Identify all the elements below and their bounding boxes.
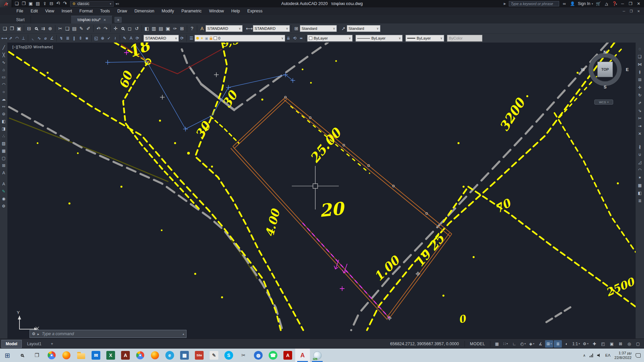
table-style-icon[interactable]: ⊞ <box>293 25 300 32</box>
rectangle-tool[interactable]: ▭ <box>0 73 7 80</box>
workspace-switch[interactable]: ⚙▾ <box>582 340 590 348</box>
undo-button-chevron-icon[interactable]: ▾ <box>99 27 100 30</box>
language-indicator[interactable]: ΕΛ <box>605 353 610 357</box>
model-space-label[interactable]: MODEL <box>467 342 488 346</box>
compass-south[interactable]: S <box>603 84 607 89</box>
minimize-button[interactable]: ─ <box>620 1 625 6</box>
site-app-icon[interactable]: Site <box>192 349 207 362</box>
layer-properties-icon[interactable]: ☰ <box>188 35 195 42</box>
task-view-button[interactable]: ❐ <box>30 349 44 362</box>
command-customize-icon[interactable]: ⚙ <box>32 331 36 336</box>
polygon-tool[interactable]: ⌂ <box>0 66 7 73</box>
viewport-controls[interactable]: [−][Top][2D Wireframe] <box>12 45 53 49</box>
cut-button[interactable]: ✂ <box>57 25 64 32</box>
edit-text-tool[interactable]: ✎ <box>0 188 7 195</box>
notification-center-icon[interactable] <box>636 353 641 358</box>
firefox-icon[interactable] <box>59 349 74 362</box>
scale-tool[interactable]: ⇗ <box>637 99 643 106</box>
menu-window[interactable]: Window <box>205 7 227 15</box>
layout-add-button[interactable]: + <box>47 340 57 348</box>
aligned-dimension-button[interactable]: ⇗ <box>7 35 14 42</box>
publish-button[interactable]: ⇉ <box>40 25 47 32</box>
clock[interactable]: 1:37 μμ 22/8/2022 <box>614 351 632 360</box>
transparency-toggle[interactable]: ◐ <box>562 340 571 348</box>
command-line[interactable]: ⚙ ▸ ▴ <box>30 330 186 338</box>
new-tab-button[interactable]: ＋ <box>114 17 122 23</box>
stretch-tool[interactable]: ⇘ <box>637 107 643 114</box>
plot-button[interactable]: ⊟ <box>25 25 33 32</box>
continue-dimension-button[interactable]: ∥ <box>71 35 77 42</box>
navigation-compass[interactable]: N W E S TOP <box>587 51 624 88</box>
copy-tool[interactable]: ❑ <box>637 53 643 60</box>
extend-tool[interactable]: ⇥ <box>637 122 643 129</box>
outlook-icon[interactable]: ✉ <box>89 349 103 362</box>
multileader-style-icon[interactable]: ↗ <box>340 25 347 32</box>
gradient-tool[interactable]: ▦ <box>0 147 7 154</box>
chrome-icon[interactable] <box>44 349 59 362</box>
lineweight-combo[interactable]: ByLayer∨ <box>406 35 444 42</box>
quickcalc-button[interactable]: ⊞ <box>178 25 185 32</box>
drawing-area[interactable]: ╱╳∿⌂▭◠○☁∾⊜◧◨∴▨▦▢⊞AA✎◉⚙ <box>0 43 644 339</box>
tool-palettes-button[interactable]: ▤ <box>157 25 164 32</box>
pan-button[interactable]: ✛ <box>112 25 119 32</box>
offset-tool[interactable]: ≬ <box>637 68 643 75</box>
polar-toggle-chevron-icon[interactable]: ▾ <box>525 342 526 345</box>
compass-west[interactable]: W <box>581 67 585 72</box>
excel-icon[interactable]: X <box>103 349 118 362</box>
table-tool[interactable]: ⊞ <box>0 162 7 169</box>
ordinate-button[interactable]: ⊥ <box>20 35 26 42</box>
rotate-tool[interactable]: ↻ <box>637 92 643 99</box>
markup-button[interactable]: ✑ <box>171 25 178 32</box>
qnew-icon[interactable]: ❏ <box>15 0 19 7</box>
clean-screen-button[interactable]: ▢ <box>634 340 642 348</box>
sign-in-link[interactable]: Sign In <box>578 1 590 6</box>
tolerance-button[interactable]: ◱ <box>93 35 99 42</box>
diameter-dimension-button[interactable]: ⌀ <box>42 35 49 42</box>
menu-draw[interactable]: Draw <box>114 7 131 15</box>
layer-combo[interactable]: ☀ ▣ 0 ∨ <box>195 35 285 42</box>
lineweight-toggle[interactable]: ≣ <box>554 340 562 348</box>
center-mark-button[interactable]: ⊕ <box>99 35 106 42</box>
quick-dimension-button[interactable]: ↯ <box>58 35 64 42</box>
array-tool[interactable]: ⊞ <box>637 76 643 83</box>
app-blue-icon[interactable]: ▦ <box>177 349 192 362</box>
help-button[interactable]: ? <box>189 25 196 32</box>
doc-close-button[interactable]: ✕ <box>636 9 641 13</box>
insert-block-tool[interactable]: ◧ <box>0 118 7 125</box>
workspace-switch-chevron-icon[interactable]: ▾ <box>587 342 588 345</box>
paste-button[interactable]: ▤ <box>71 25 78 32</box>
help-icon[interactable]: ❓▾ <box>612 1 617 6</box>
copy-button[interactable]: ❑ <box>64 25 71 32</box>
chamfer-tool[interactable]: ◿ <box>637 159 643 166</box>
osnap-toggle[interactable]: ◈▾ <box>528 340 536 348</box>
dim-style-combo[interactable]: STANDARD∨ <box>253 25 290 32</box>
dimension-edit-button[interactable]: ✎ <box>121 35 128 42</box>
layer-thaw-icon[interactable]: ☀ <box>200 36 204 41</box>
notepad-icon[interactable]: ✎ <box>207 349 221 362</box>
layer-lock-icon[interactable] <box>210 38 212 40</box>
layer-previous-button[interactable]: ⟲ <box>291 35 298 42</box>
autocad-icon[interactable]: A <box>295 349 310 362</box>
dim-update-icon[interactable]: ⟳ <box>179 35 185 42</box>
menu-tools[interactable]: Tools <box>96 7 113 15</box>
properties-tool[interactable]: ◧ <box>637 189 643 196</box>
jogged-dimension-button[interactable]: ∿ <box>36 35 42 42</box>
text-style-combo[interactable]: STANDARD∨ <box>206 25 243 32</box>
point-tool[interactable]: ∴ <box>0 132 7 139</box>
menu-view[interactable]: View <box>42 7 58 15</box>
list-tool[interactable]: ≣ <box>637 197 643 204</box>
file-explorer-icon[interactable] <box>74 349 89 362</box>
color-combo[interactable]: ByLayer∨ <box>307 35 353 42</box>
hatch-edit-tool[interactable]: ▦ <box>637 182 643 189</box>
tab-start[interactable]: Start <box>10 16 31 23</box>
save-button[interactable]: ▣ <box>15 25 22 32</box>
zoom-previous-button[interactable]: ↺ <box>133 25 140 32</box>
restore-button[interactable]: ❐ <box>628 1 633 6</box>
table-style-combo[interactable]: Standard∨ <box>300 25 337 32</box>
snap-toggle-chevron-icon[interactable]: ▾ <box>506 342 508 345</box>
search-expand-icon[interactable]: ▶ <box>504 2 506 5</box>
circle-tool[interactable]: ○ <box>0 88 7 95</box>
make-object-layer-current-button[interactable]: ⇊ <box>285 35 291 42</box>
autocad-logo-icon[interactable]: A▾ <box>0 0 12 7</box>
snap-toggle[interactable]: ∷▾ <box>501 340 509 348</box>
